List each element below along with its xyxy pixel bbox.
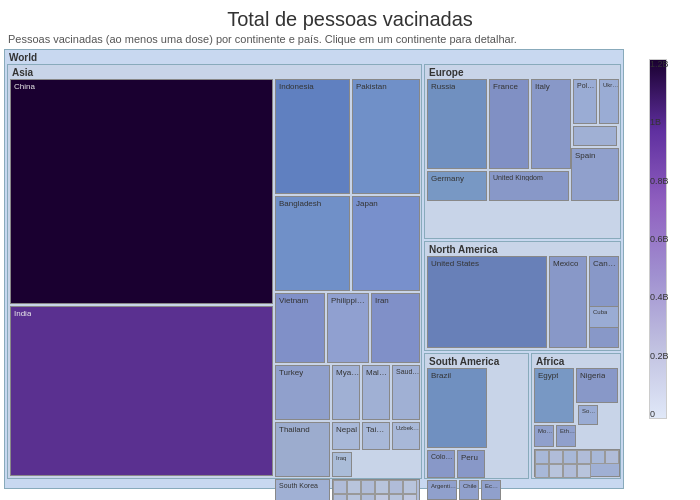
turkey-cell[interactable]: Turkey [275, 365, 330, 420]
mexico-label: Mexico [553, 259, 578, 268]
colombia-cell[interactable]: Colombia [427, 450, 455, 478]
world-label: World [9, 52, 37, 63]
turkey-label: Turkey [279, 368, 303, 377]
morocco-label: Morocco [538, 428, 554, 434]
ethiopia-cell[interactable]: Ethiopia [556, 425, 576, 447]
cuba-cell[interactable]: Cuba [589, 306, 619, 328]
germany-cell[interactable]: Germany [427, 171, 487, 201]
bangladesh-cell[interactable]: Bangladesh [275, 196, 350, 291]
ukraine-cell[interactable]: Ukraine [599, 79, 619, 124]
legend-label-1.2b: 1.2B [650, 59, 669, 69]
ecuador-cell[interactable]: Ecuador [481, 480, 501, 500]
saudiarabia-label: Saudi Arabia [396, 368, 419, 375]
north-america-block[interactable]: North America United States Mexico Canad… [424, 241, 621, 351]
malaysia-cell[interactable]: Malaysia [362, 365, 390, 420]
saudiarabia-cell[interactable]: Saudi Arabia [392, 365, 420, 420]
iraq-cell[interactable]: Iraq [332, 452, 352, 477]
pakistan-label: Pakistan [356, 82, 387, 91]
spain-label: Spain [575, 151, 595, 160]
france-label: France [493, 82, 518, 91]
thailand-cell[interactable]: Thailand [275, 422, 330, 477]
ethiopia-label: Ethiopia [560, 428, 576, 434]
chile-label: Chile [463, 483, 477, 489]
unitedkingdom-cell[interactable]: United Kingdom [489, 171, 569, 201]
iran-cell[interactable]: Iran [371, 293, 420, 363]
brazil-cell[interactable]: Brazil [427, 368, 487, 448]
unitedstates-label: United States [431, 259, 479, 268]
china-cell[interactable]: China [10, 79, 273, 304]
unitedstates-cell[interactable]: United States [427, 256, 547, 348]
taiwan-label: Taiwan [366, 425, 389, 434]
egypt-cell[interactable]: Egypt [534, 368, 574, 423]
peru-cell[interactable]: Peru [457, 450, 485, 478]
bangladesh-label: Bangladesh [279, 199, 321, 208]
chile-cell[interactable]: Chile [459, 480, 479, 500]
germany-label: Germany [431, 174, 464, 183]
nigeria-cell[interactable]: Nigeria [576, 368, 618, 403]
japan-cell[interactable]: Japan [352, 196, 420, 291]
southafrica-label: South Africa [582, 408, 598, 414]
southkorea-label: South Korea [279, 482, 318, 489]
south-america-label: South America [429, 356, 499, 367]
north-america-label: North America [429, 244, 498, 255]
netherlands-cell[interactable] [573, 126, 617, 146]
cuba-label: Cuba [593, 309, 607, 315]
tiny-cells [332, 479, 420, 500]
uzbekistan-cell[interactable]: Uzbekistan [392, 422, 420, 450]
morocco-cell[interactable]: Morocco [534, 425, 554, 447]
india-cell[interactable]: India [10, 306, 273, 476]
canada-label: Canada [593, 259, 618, 268]
argentina-label: Argentina [431, 483, 456, 489]
taiwan-cell[interactable]: Taiwan [362, 422, 390, 450]
vietnam-cell[interactable]: Vietnam [275, 293, 325, 363]
southafrica-cell[interactable]: South Africa [578, 405, 598, 425]
myanmar-label: Myanmar [336, 368, 359, 377]
china-label: China [14, 82, 35, 91]
ecuador-label: Ecuador [485, 483, 501, 489]
japan-label: Japan [356, 199, 378, 208]
uzbekistan-label: Uzbekistan [396, 425, 419, 431]
south-america-block[interactable]: South America Brazil Colombia Peru Argen… [424, 353, 529, 479]
southkorea-cell[interactable]: South Korea [275, 479, 330, 500]
nepal-label: Nepal [336, 425, 357, 434]
philippines-cell[interactable]: Philippines [327, 293, 369, 363]
europe-label: Europe [429, 67, 463, 78]
poland-cell[interactable]: Poland [573, 79, 597, 124]
peru-label: Peru [461, 453, 478, 462]
myanmar-cell[interactable]: Myanmar [332, 365, 360, 420]
italy-cell[interactable]: Italy [531, 79, 571, 169]
iraq-label: Iraq [336, 455, 346, 461]
ukraine-label: Ukraine [603, 82, 619, 88]
vietnam-label: Vietnam [279, 296, 308, 305]
africa-label: Africa [536, 356, 564, 367]
legend-label-0.2b: 0.2B [650, 351, 669, 361]
egypt-label: Egypt [538, 371, 558, 380]
unitedkingdom-label: United Kingdom [493, 174, 543, 181]
iran-label: Iran [375, 296, 389, 305]
asia-block[interactable]: Asia China India Indonesia Pakistan Bang… [7, 64, 422, 479]
africa-block[interactable]: Africa Egypt Nigeria Morocco Ethiopia So… [531, 353, 621, 479]
indonesia-label: Indonesia [279, 82, 314, 91]
nepal-cell[interactable]: Nepal [332, 422, 360, 450]
malaysia-label: Malaysia [366, 368, 389, 377]
india-label: India [14, 309, 31, 318]
pakistan-cell[interactable]: Pakistan [352, 79, 420, 194]
russia-cell[interactable]: Russia [427, 79, 487, 169]
page-title: Total de pessoas vacinadas [0, 0, 700, 33]
poland-label: Poland [577, 82, 597, 89]
france-cell[interactable]: France [489, 79, 529, 169]
argentina-cell[interactable]: Argentina [427, 480, 457, 500]
legend-label-0.6b: 0.6B [650, 234, 669, 244]
canada-cell[interactable]: Canada [589, 256, 619, 348]
russia-label: Russia [431, 82, 455, 91]
subtitle: Pessoas vacinadas (ao menos uma dose) po… [0, 33, 700, 45]
colombia-label: Colombia [431, 453, 454, 460]
legend-area: 1.2B 1B 0.8B 0.6B 0.4B 0.2B 0 [628, 49, 688, 489]
legend-label-1b: 1B [650, 117, 669, 127]
thailand-label: Thailand [279, 425, 310, 434]
europe-block[interactable]: Europe Russia France Italy Poland Ukrain… [424, 64, 621, 239]
indonesia-cell[interactable]: Indonesia [275, 79, 350, 194]
mexico-cell[interactable]: Mexico [549, 256, 587, 348]
brazil-label: Brazil [431, 371, 451, 380]
spain-cell[interactable]: Spain [571, 148, 619, 201]
